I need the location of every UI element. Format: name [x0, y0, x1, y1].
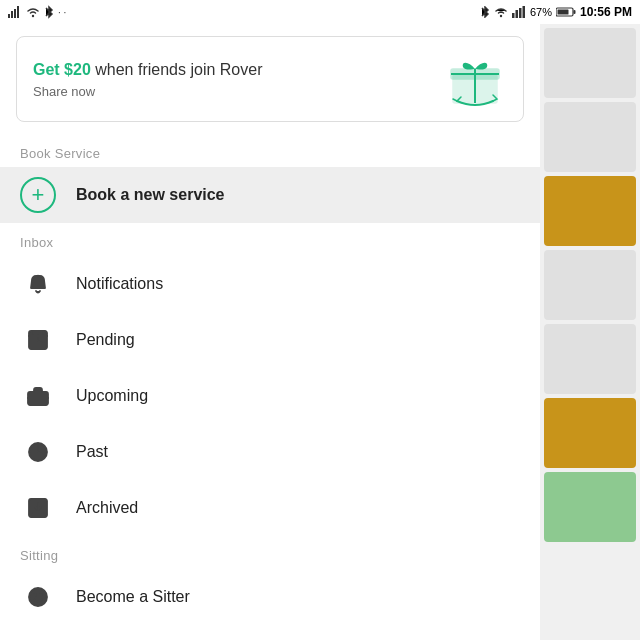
svg-rect-3 [17, 6, 19, 18]
past-item[interactable]: Past [0, 424, 540, 480]
pending-label: Pending [76, 331, 135, 349]
svg-point-25 [29, 588, 47, 606]
promo-gift-icon [443, 51, 507, 107]
book-new-service-label: Book a new service [76, 186, 225, 204]
archived-item[interactable]: Archived [0, 480, 540, 536]
archived-label: Archived [76, 499, 138, 517]
plus-circle-icon: + [20, 177, 56, 213]
time: 10:56 PM [580, 5, 632, 19]
right-panel-card-2 [544, 102, 636, 172]
promo-main: when friends join Rover [91, 61, 263, 78]
svg-rect-7 [515, 10, 518, 18]
bt-icon [480, 6, 490, 18]
notifications-label: Notifications [76, 275, 163, 293]
svg-rect-11 [573, 10, 575, 14]
archived-icon [20, 490, 56, 526]
wifi-status-icon [494, 6, 508, 18]
right-panel-card-1 [544, 28, 636, 98]
promo-text: Get $20 when friends join Rover Share no… [33, 59, 443, 98]
bell-icon [20, 266, 56, 302]
book-service-label: Book Service [0, 134, 540, 167]
status-bar: · · 67% 10:56 PM [0, 0, 640, 24]
smiley-icon [20, 579, 56, 615]
right-panel-card-5 [544, 324, 636, 394]
status-left: · · [8, 5, 66, 19]
upcoming-label: Upcoming [76, 387, 148, 405]
svg-rect-2 [14, 9, 16, 18]
svg-rect-8 [519, 8, 522, 18]
right-panel-card-3 [544, 176, 636, 246]
drawer-menu: Get $20 when friends join Rover Share no… [0, 24, 540, 640]
pending-icon [20, 322, 56, 358]
svg-point-5 [500, 15, 502, 17]
pending-item[interactable]: Pending [0, 312, 540, 368]
wifi-icon [26, 6, 40, 18]
battery-icon [556, 6, 576, 18]
svg-point-4 [32, 15, 34, 17]
signal-bars-icon [512, 6, 526, 18]
promo-title: Get $20 when friends join Rover [33, 59, 443, 81]
past-label: Past [76, 443, 108, 461]
svg-point-27 [40, 594, 42, 596]
svg-rect-1 [11, 11, 13, 18]
right-panel-card-6 [544, 398, 636, 468]
svg-rect-0 [8, 14, 10, 18]
signal-icon [8, 6, 22, 18]
svg-rect-6 [512, 13, 515, 18]
battery-percent: 67% [530, 6, 552, 18]
status-right: 67% 10:56 PM [480, 5, 632, 19]
svg-rect-9 [522, 6, 525, 18]
notifications-item[interactable]: Notifications [0, 256, 540, 312]
promo-highlight: Get $20 [33, 61, 91, 78]
clock-icon [20, 434, 56, 470]
bluetooth-icon [44, 5, 54, 19]
svg-point-26 [34, 594, 36, 596]
promo-subtitle: Share now [33, 84, 443, 99]
inbox-label: Inbox [0, 223, 540, 256]
promo-banner[interactable]: Get $20 when friends join Rover Share no… [16, 36, 524, 122]
account-label: Account [0, 625, 540, 640]
book-new-service-icon: + [20, 177, 56, 213]
upcoming-item[interactable]: Upcoming [0, 368, 540, 424]
right-panel-card-7 [544, 472, 636, 542]
svg-point-17 [37, 275, 39, 277]
sitting-label: Sitting [0, 536, 540, 569]
right-panel [540, 24, 640, 640]
svg-rect-12 [557, 10, 568, 15]
book-new-service-item[interactable]: + Book a new service [0, 167, 540, 223]
become-sitter-item[interactable]: Become a Sitter [0, 569, 540, 625]
right-panel-card-4 [544, 250, 636, 320]
briefcase-icon [20, 378, 56, 414]
become-sitter-label: Become a Sitter [76, 588, 190, 606]
notification-icons: · · [58, 7, 66, 18]
